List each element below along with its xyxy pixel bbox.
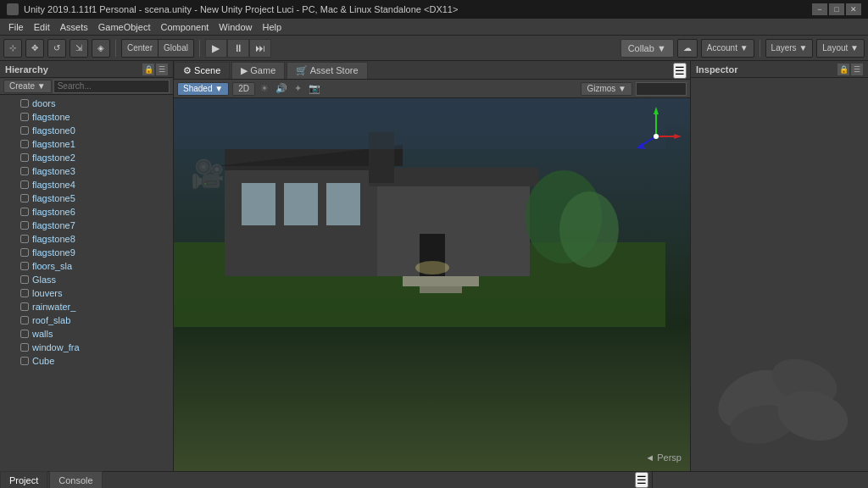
separator2 [199,40,200,57]
hier-item-doors[interactable]: doors [0,97,173,110]
scene-tab[interactable]: ⚙ Scene [174,62,230,79]
project-tab-bar: Project Console ☰ [0,472,652,488]
project-tab[interactable]: Project [0,471,47,488]
minimize-button[interactable]: − [812,3,827,15]
svg-marker-20 [674,134,682,139]
hier-item-flagstone3[interactable]: flagstone3 [0,164,173,178]
hier-item-flagstone1[interactable]: flagstone1 [0,137,173,151]
watermark-svg [703,323,855,458]
scene-area: ⚙ Scene ▶ Game 🛒 Asset Store ☰ Shaded ▼ … [174,61,690,471]
cloud-button[interactable]: ☁ [677,39,698,58]
account-button[interactable]: Account ▼ [701,39,754,58]
console-tab[interactable]: Console [49,471,102,488]
hier-item-flagstone8[interactable]: flagstone8 [0,232,173,246]
hierarchy-list: doors flagstone flagstone0 flagstone1 fl… [0,95,173,471]
assetstore-tab[interactable]: 🛒 Asset Store [287,62,367,79]
transform-all-btn[interactable]: ◈ [92,39,110,58]
fx-icon: ✦ [294,83,302,94]
hier-item-flagstone5[interactable]: flagstone5 [0,191,173,205]
project-lock-btn[interactable]: ☰ [635,472,648,488]
hier-item-louvers[interactable]: louvers [0,286,173,300]
pause-button[interactable]: ⏸ [227,39,249,58]
svg-rect-15 [174,98,665,149]
transform-move-btn[interactable]: ⊹ [3,39,22,58]
menu-help[interactable]: Help [257,22,287,32]
hierarchy-header: Hierarchy 🔒 ☰ [0,61,173,78]
svg-point-16 [415,261,449,274]
hier-item-flagstone9[interactable]: flagstone9 [0,246,173,259]
maximize-button[interactable]: □ [829,3,844,15]
separator3 [760,40,760,57]
project-panel: Project Console ☰ Create ▼ 🔍 All In Pack… [0,472,653,488]
layout-button[interactable]: Layout ▼ [816,39,865,58]
inspector-header: Inspector 🔒 ☰ [691,61,868,78]
play-controls: ▶ ⏸ ⏭ [205,39,271,58]
transform-rect-btn[interactable]: ⇲ [70,39,88,58]
collab-button[interactable]: Collab ▼ [620,39,674,58]
menu-file[interactable]: File [3,22,29,32]
audio-icon: 🔊 [275,83,287,94]
hier-item-roofslab[interactable]: roof_slab [0,313,173,327]
svg-rect-7 [284,183,318,225]
menu-window[interactable]: Window [214,22,257,32]
hierarchy-create-btn[interactable]: Create ▼ [3,80,52,93]
hier-item-floors[interactable]: floors_sla [0,259,173,273]
play-button[interactable]: ▶ [205,39,227,58]
hier-item-glass[interactable]: Glass [0,273,173,286]
menu-gameobject[interactable]: GameObject [93,22,156,32]
hier-item-flagstone[interactable]: flagstone [0,110,173,124]
hier-item-flagstone2[interactable]: flagstone2 [0,151,173,164]
window-controls: − □ ✕ [812,3,861,15]
transform-rotate-btn[interactable]: ✥ [25,39,44,58]
hier-item-flagstone7[interactable]: flagstone7 [0,219,173,232]
svg-point-14 [559,191,619,268]
camera-overlay-icon: 🎥 [191,158,225,190]
hier-item-cube[interactable]: Cube [0,354,173,368]
menu-assets[interactable]: Assets [55,22,93,32]
menu-edit[interactable]: Edit [29,22,55,32]
hier-item-flagstone4[interactable]: flagstone4 [0,178,173,191]
scene-lock-btn[interactable]: ☰ [673,63,687,79]
inspector-title: Inspector [696,64,738,75]
separator1 [115,40,116,57]
hier-item-flagstone6[interactable]: flagstone6 [0,205,173,219]
hierarchy-panel-btns: 🔒 ☰ [142,64,168,75]
hierarchy-menu-btn[interactable]: ☰ [156,64,168,75]
transform-scale-btn[interactable]: ↺ [47,39,66,58]
svg-marker-18 [654,107,659,114]
menu-component[interactable]: Component [155,22,214,32]
svg-point-23 [654,134,659,139]
global-btn[interactable]: Global [158,39,194,58]
svg-rect-3 [377,183,530,276]
scene-camera-icon: 📷 [309,83,320,94]
pivot-group: Center Global [121,39,194,58]
inspector-lock-btn[interactable]: 🔒 [837,64,849,75]
hierarchy-lock-btn[interactable]: 🔒 [142,64,154,75]
hier-item-windowfra[interactable]: window_fra [0,341,173,354]
hierarchy-search-input[interactable] [53,80,170,93]
inspector-menu-btn[interactable]: ☰ [851,64,863,75]
svg-rect-10 [403,276,479,286]
scene-viewport[interactable]: 🎥 ◄ Persp [174,98,690,471]
scene-gizmo[interactable] [631,103,682,153]
toolbar: ⊹ ✥ ↺ ⇲ ◈ Center Global ▶ ⏸ ⏭ Collab ▼ ☁… [0,36,868,61]
hierarchy-panel: Hierarchy 🔒 ☰ Create ▼ doors flagstone f… [0,61,174,471]
hierarchy-title: Hierarchy [5,64,48,75]
hier-item-walls[interactable]: walls [0,327,173,341]
scene-house-svg [174,98,690,471]
2d-mode-btn[interactable]: 2D [232,82,255,96]
gizmos-btn[interactable]: Gizmos ▼ [581,82,632,96]
hier-item-rainwater[interactable]: rainwater_ [0,300,173,313]
scene-search-input[interactable] [636,82,687,96]
game-tab[interactable]: ▶ Game [231,62,285,79]
shading-mode-btn[interactable]: Shaded ▼ [177,82,229,96]
scene-tab-bar: ⚙ Scene ▶ Game 🛒 Asset Store ☰ [174,61,690,80]
step-button[interactable]: ⏭ [249,39,271,58]
center-btn[interactable]: Center [121,39,158,58]
unity-watermark [690,310,868,471]
hier-item-flagstone0[interactable]: flagstone0 [0,124,173,137]
inspector-panel-btns: 🔒 ☰ [837,64,863,75]
close-button[interactable]: ✕ [846,3,861,15]
layers-button[interactable]: Layers ▼ [765,39,814,58]
light-icon: ☀ [260,83,269,94]
